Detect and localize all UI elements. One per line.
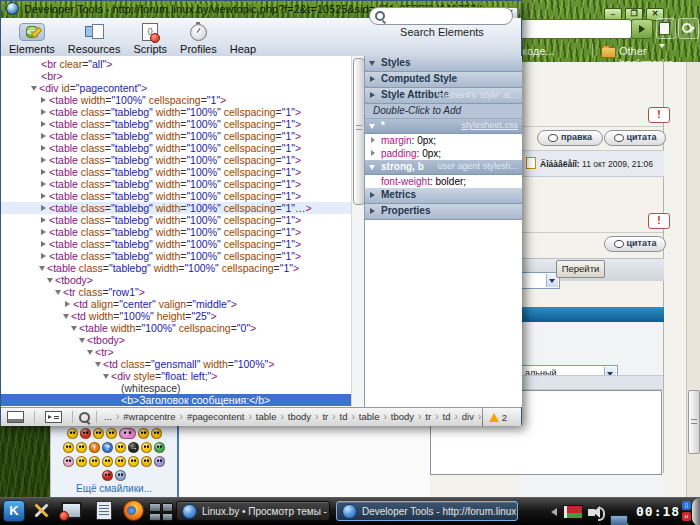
css-property-row[interactable]: font-weight: bolder; — [365, 175, 522, 188]
rule-header-universal[interactable]: *stylesheet.css — [365, 119, 522, 134]
styles-section-header[interactable]: Styles — [365, 56, 522, 72]
collapsed-arrow-icon[interactable] — [41, 133, 46, 139]
breadcrumb-item[interactable]: tr — [422, 408, 434, 426]
tray-mini-icon-red[interactable]: u — [682, 512, 691, 521]
dom-tree-row[interactable]: <div id="pagecontent"> — [1, 82, 351, 94]
dom-tree-row[interactable]: <table width="100%" cellspacing="1"> — [1, 94, 351, 106]
tab-scripts[interactable]: {} Scripts — [133, 21, 167, 55]
clock[interactable]: 00:18 — [636, 504, 680, 519]
dom-tree-row[interactable]: <td align="center" valign="middle"> — [1, 298, 351, 310]
collapsed-arrow-icon[interactable] — [41, 241, 46, 247]
expanded-arrow-icon[interactable] — [95, 362, 101, 367]
dom-tree-row[interactable]: <table class="tablebg" width="100%" cell… — [1, 106, 351, 118]
tab-profiles[interactable]: Profiles — [180, 21, 217, 55]
expanded-arrow-icon[interactable] — [55, 290, 61, 295]
smiley-icon[interactable] — [63, 442, 74, 453]
dom-tree-row[interactable]: <b>Заголовок сообщения:</b> — [1, 394, 351, 406]
smiley-icon[interactable] — [93, 428, 104, 439]
dock-side-icon[interactable] — [7, 411, 24, 423]
quote-post-button[interactable]: цитата — [604, 236, 666, 252]
dom-tree-row[interactable]: <table class="tablebg" width="100%" cell… — [1, 214, 351, 226]
smiley-icon[interactable] — [141, 442, 152, 453]
firefox-launcher[interactable] — [123, 500, 147, 524]
desktop-pager[interactable] — [149, 503, 173, 521]
kmenu-button[interactable]: K — [3, 500, 27, 524]
smiley-icon[interactable] — [138, 428, 149, 439]
expanded-arrow-icon[interactable] — [39, 266, 45, 271]
collapsed-arrow-icon[interactable] — [41, 193, 46, 199]
collapsed-arrow-icon[interactable] — [41, 169, 46, 175]
collapsed-arrow-icon[interactable] — [41, 157, 46, 163]
smiley-icon[interactable] — [80, 428, 91, 439]
dom-tree-row[interactable]: <table class="tablebg" width="100%" cell… — [1, 262, 351, 274]
smiley-icon[interactable] — [102, 470, 113, 481]
warning-counter[interactable]: 2 — [489, 412, 507, 423]
dom-tree-row[interactable]: <table class="tablebg" width="100%" cell… — [1, 250, 351, 262]
dom-tree-row[interactable]: <table class="tablebg" width="100%" cell… — [1, 118, 351, 130]
collapsed-arrow-icon[interactable] — [41, 109, 46, 115]
breadcrumb-item[interactable]: #pagecontent — [184, 408, 248, 426]
smiley-icon[interactable] — [141, 456, 152, 467]
dom-tree-row[interactable]: <table class="tablebg" width="100%" cell… — [1, 166, 351, 178]
search-input[interactable] — [369, 7, 513, 25]
report-post-button[interactable]: ! — [648, 213, 670, 229]
tray-mini-icon-blue[interactable]: ▯ — [682, 501, 691, 510]
expand-arrow-icon[interactable] — [371, 137, 375, 143]
quote-post-button[interactable]: цитата — [604, 130, 666, 146]
taskbar-task-forum[interactable]: Linux.by • Просмотр темы - Пробл — [176, 501, 330, 521]
keyboard-layout-flag-icon[interactable] — [563, 505, 583, 519]
more-smilies-link[interactable]: Ещё смайлики... — [76, 483, 152, 494]
collapsed-arrow-icon[interactable] — [65, 301, 70, 307]
page-menu-button[interactable] — [656, 18, 676, 39]
dom-tree-row[interactable]: (whitespace) — [1, 382, 351, 394]
smiley-icon[interactable]: ? — [102, 442, 113, 453]
smiley-icon[interactable] — [106, 428, 117, 439]
breadcrumb-item[interactable]: td — [337, 408, 351, 426]
dom-tree-row[interactable]: <table class="tablebg" width="100%" cell… — [1, 238, 351, 250]
smiley-icon[interactable] — [63, 456, 74, 467]
smiley-icon[interactable] — [76, 442, 87, 453]
go-button[interactable] — [631, 19, 653, 39]
metrics-section-header[interactable]: Metrics — [365, 188, 522, 204]
double-click-to-add-hint[interactable]: Double-Click to Add — [365, 104, 522, 119]
collapsed-arrow-icon[interactable] — [41, 205, 46, 211]
jump-go-button[interactable]: Перейти — [556, 260, 605, 278]
breadcrumb-item[interactable]: tr — [319, 408, 331, 426]
dom-tree-row[interactable]: <td width="100%" height="25"> — [1, 310, 351, 322]
volume-icon[interactable] — [588, 509, 595, 516]
dom-tree-row[interactable]: <table class="tablebg" width="100%" cell… — [1, 202, 351, 214]
smiley-icon[interactable] — [89, 456, 100, 467]
expanded-arrow-icon[interactable] — [87, 350, 93, 355]
breadcrumb-item[interactable]: table — [253, 408, 280, 426]
network-monitor-icon[interactable]: ✓ — [610, 515, 628, 525]
css-property-row[interactable]: padding: 0px; — [365, 147, 522, 160]
report-post-button[interactable]: ! — [648, 107, 670, 123]
breadcrumb-item[interactable]: div — [459, 408, 477, 426]
properties-section-header[interactable]: Properties — [365, 204, 522, 220]
dom-tree-row[interactable]: <table class="tablebg" width="100%" cell… — [1, 190, 351, 202]
computed-style-section-header[interactable]: Computed Style — [365, 72, 522, 88]
wrench-menu-button[interactable] — [678, 18, 699, 39]
breadcrumb-item[interactable]: table — [356, 408, 383, 426]
editor-launcher[interactable] — [93, 500, 117, 524]
expanded-arrow-icon[interactable] — [79, 338, 85, 343]
smiley-icon[interactable] — [151, 428, 162, 439]
dom-tree-row[interactable]: <tr> — [1, 346, 351, 358]
expanded-arrow-icon[interactable] — [103, 374, 109, 379]
collapsed-arrow-icon[interactable] — [41, 97, 46, 103]
smiley-icon[interactable] — [76, 456, 87, 467]
dom-tree-row[interactable]: <br> — [1, 70, 351, 82]
expand-arrow-icon[interactable] — [371, 150, 375, 156]
smiley-icon[interactable] — [102, 456, 113, 467]
breadcrumb-item[interactable]: tbody — [388, 408, 417, 426]
taskbar-task-devtools[interactable]: Developer Tools - http://forum.linux — [336, 501, 518, 521]
dom-tree-row[interactable]: <table class="tablebg" width="100%" cell… — [1, 226, 351, 238]
system-tools-launcher[interactable] — [31, 500, 55, 524]
dom-tree-row[interactable]: <table class="tablebg" width="100%" cell… — [1, 178, 351, 190]
dom-tree-row[interactable]: <tr class="row1"> — [1, 286, 351, 298]
dom-tree-row[interactable]: <table class="tablebg" width="100%" cell… — [1, 142, 351, 154]
stylesheet-link[interactable]: stylesheet.css — [461, 119, 518, 132]
collapsed-arrow-icon[interactable] — [41, 121, 46, 127]
collapsed-arrow-icon[interactable] — [41, 253, 46, 259]
smiley-icon[interactable] — [115, 442, 126, 453]
